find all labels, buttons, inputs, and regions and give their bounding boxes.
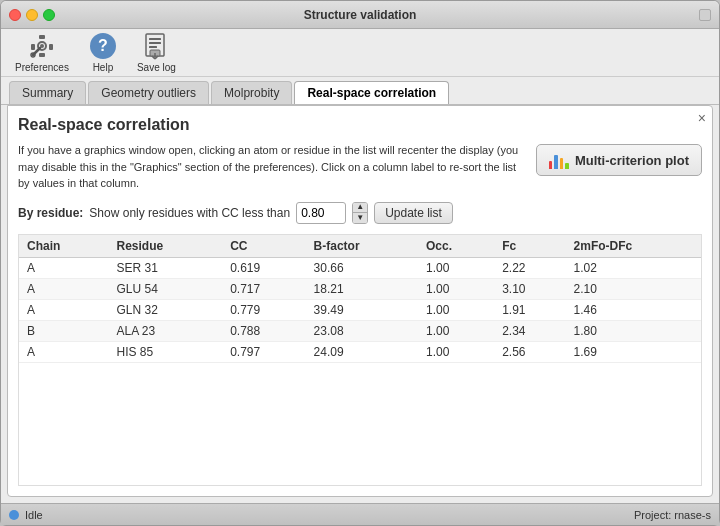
description-text: If you have a graphics window open, clic… (18, 142, 526, 192)
table-row[interactable]: AGLU 540.71718.211.003.102.10 (19, 278, 701, 299)
preferences-icon (28, 32, 56, 60)
filter-row: By residue: Show only residues with CC l… (18, 202, 702, 224)
table-cell: 0.619 (222, 257, 305, 278)
table-body: ASER 310.61930.661.002.221.02AGLU 540.71… (19, 257, 701, 362)
minimize-button[interactable] (26, 9, 38, 21)
preferences-svg (29, 33, 55, 59)
col-header-chain[interactable]: Chain (19, 235, 108, 258)
table-cell: A (19, 299, 108, 320)
residue-table-container: Chain Residue CC B-factor Occ. Fc 2mFo-D… (18, 234, 702, 487)
help-label: Help (93, 62, 114, 73)
table-cell: HIS 85 (108, 341, 222, 362)
stepper-down-button[interactable]: ▼ (353, 213, 367, 223)
title-bar: Structure validation (1, 1, 719, 29)
multi-criterion-label: Multi-criterion plot (575, 153, 689, 168)
table-cell: 30.66 (306, 257, 418, 278)
save-log-label: Save log (137, 62, 176, 73)
main-window: Structure validation Preferences (0, 0, 720, 526)
table-cell: 1.46 (566, 299, 701, 320)
help-icon: ? (89, 32, 117, 60)
section-title: Real-space correlation (18, 116, 702, 134)
svg-rect-9 (149, 38, 161, 40)
multi-criterion-button[interactable]: Multi-criterion plot (536, 144, 702, 176)
table-cell: 39.49 (306, 299, 418, 320)
table-cell: 3.10 (494, 278, 565, 299)
content-close-button[interactable]: × (698, 110, 706, 126)
table-header-row: Chain Residue CC B-factor Occ. Fc 2mFo-D… (19, 235, 701, 258)
table-cell: A (19, 278, 108, 299)
table-cell: 2.22 (494, 257, 565, 278)
table-cell: 23.08 (306, 320, 418, 341)
table-cell: GLU 54 (108, 278, 222, 299)
table-cell: B (19, 320, 108, 341)
save-log-svg (143, 32, 169, 60)
tab-geometry-outliers[interactable]: Geometry outliers (88, 81, 209, 104)
table-row[interactable]: AHIS 850.79724.091.002.561.69 (19, 341, 701, 362)
value-stepper[interactable]: ▲ ▼ (352, 202, 368, 224)
col-header-bfactor[interactable]: B-factor (306, 235, 418, 258)
preferences-label: Preferences (15, 62, 69, 73)
table-cell: 2.10 (566, 278, 701, 299)
table-row[interactable]: AGLN 320.77939.491.001.911.46 (19, 299, 701, 320)
desc-btn-row: If you have a graphics window open, clic… (18, 142, 702, 202)
multi-criterion-area: Multi-criterion plot (536, 144, 702, 176)
content-panel: × Real-space correlation If you have a g… (7, 105, 713, 497)
table-cell: A (19, 257, 108, 278)
maximize-button[interactable] (43, 9, 55, 21)
save-log-button[interactable]: Save log (133, 30, 180, 75)
table-cell: 1.00 (418, 320, 494, 341)
tab-summary[interactable]: Summary (9, 81, 86, 104)
cc-threshold-input[interactable] (296, 202, 346, 224)
table-cell: 1.00 (418, 257, 494, 278)
status-bar: Idle Project: rnase-s (1, 503, 719, 525)
col-header-2mfodfc[interactable]: 2mFo-DFc (566, 235, 701, 258)
stepper-up-button[interactable]: ▲ (353, 203, 367, 213)
table-cell: 0.797 (222, 341, 305, 362)
status-indicator (9, 510, 19, 520)
table-cell: A (19, 341, 108, 362)
col-header-fc[interactable]: Fc (494, 235, 565, 258)
table-cell: 0.788 (222, 320, 305, 341)
svg-rect-2 (49, 44, 53, 50)
traffic-lights (9, 9, 55, 21)
help-circle: ? (90, 33, 116, 59)
table-cell: 1.80 (566, 320, 701, 341)
table-cell: 1.00 (418, 278, 494, 299)
col-header-occ[interactable]: Occ. (418, 235, 494, 258)
table-cell: 1.00 (418, 299, 494, 320)
help-button[interactable]: ? Help (85, 30, 121, 75)
table-cell: GLN 32 (108, 299, 222, 320)
svg-rect-10 (149, 42, 161, 44)
table-cell: ALA 23 (108, 320, 222, 341)
svg-rect-11 (149, 46, 157, 48)
tab-real-space-correlation[interactable]: Real-space correlation (294, 81, 449, 104)
table-cell: 1.69 (566, 341, 701, 362)
table-cell: 1.91 (494, 299, 565, 320)
table-row[interactable]: ASER 310.61930.661.002.221.02 (19, 257, 701, 278)
svg-rect-0 (39, 35, 45, 39)
tabs-bar: Summary Geometry outliers Molprobity Rea… (1, 77, 719, 105)
col-header-cc[interactable]: CC (222, 235, 305, 258)
table-cell: 2.34 (494, 320, 565, 341)
table-cell: SER 31 (108, 257, 222, 278)
status-left: Idle (9, 509, 43, 521)
table-cell: 18.21 (306, 278, 418, 299)
chart-bar-blue (554, 155, 558, 169)
chart-bar-green (565, 163, 569, 169)
table-row[interactable]: BALA 230.78823.081.002.341.80 (19, 320, 701, 341)
svg-rect-1 (31, 44, 35, 50)
toolbar: Preferences ? Help Save lo (1, 29, 719, 77)
update-list-button[interactable]: Update list (374, 202, 453, 224)
table-cell: 24.09 (306, 341, 418, 362)
preferences-button[interactable]: Preferences (11, 30, 73, 75)
chart-bar-red (549, 161, 553, 169)
tab-molprobity[interactable]: Molprobity (211, 81, 292, 104)
col-header-residue[interactable]: Residue (108, 235, 222, 258)
table-cell: 0.779 (222, 299, 305, 320)
filter-label: By residue: (18, 206, 83, 220)
svg-rect-3 (39, 53, 45, 57)
table-cell: 1.00 (418, 341, 494, 362)
filter-description: Show only residues with CC less than (89, 206, 290, 220)
residue-table: Chain Residue CC B-factor Occ. Fc 2mFo-D… (19, 235, 701, 363)
close-button[interactable] (9, 9, 21, 21)
